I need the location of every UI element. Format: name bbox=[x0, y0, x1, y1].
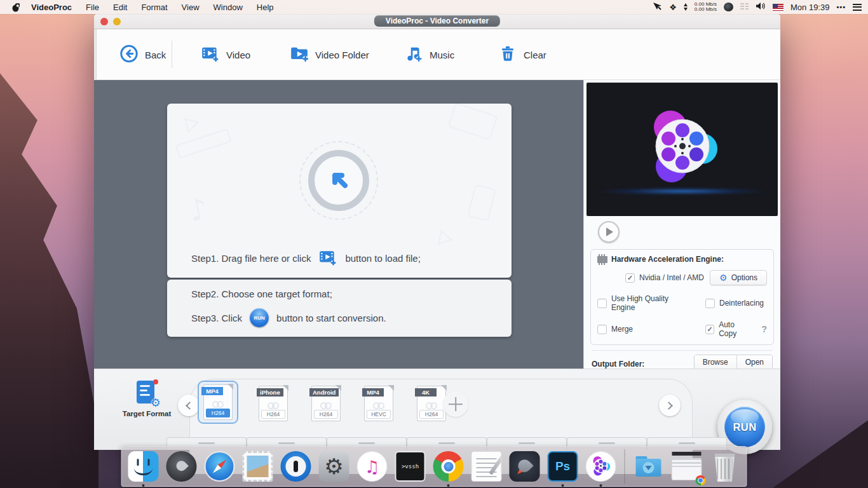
dock: ⚙♫>vsshPs bbox=[121, 446, 747, 487]
file-area-backdrop: ♪ Step1. Drag file here or click button … bbox=[94, 80, 583, 369]
preview-panel: Hardware Acceleration Engine: ✓ Nvidia /… bbox=[583, 80, 780, 369]
deinterlacing-label: Deinterlacing bbox=[719, 299, 764, 308]
chip-codec-label: H264 bbox=[261, 410, 285, 419]
deinterlacing-checkbox-box[interactable] bbox=[705, 299, 715, 308]
format-chip-mp4-hevc[interactable]: MP4HEVC bbox=[361, 383, 397, 424]
apple-menu-icon[interactable] bbox=[11, 3, 20, 12]
dock-item-chrome[interactable] bbox=[432, 450, 465, 483]
input-language-flag-icon[interactable] bbox=[773, 4, 783, 11]
music-label: Music bbox=[430, 49, 454, 60]
dock-item-launchpad[interactable] bbox=[165, 450, 198, 483]
play-button[interactable] bbox=[598, 221, 620, 243]
pointer-status-icon[interactable] bbox=[653, 2, 662, 12]
gpu-checkbox-label: Nvidia / Intel / AMD bbox=[639, 273, 704, 282]
back-button[interactable]: Back bbox=[119, 44, 166, 65]
dock-item-textedit[interactable] bbox=[470, 450, 503, 483]
merge-checkbox[interactable]: Merge bbox=[597, 325, 694, 334]
chip-format-name: Android bbox=[309, 388, 339, 396]
network-arrows-icon[interactable] bbox=[684, 3, 688, 11]
minimize-button[interactable] bbox=[113, 18, 121, 25]
target-format-button[interactable]: ⚙ Target Format bbox=[118, 379, 175, 417]
format-chip-list: MP4H264iPhoneH264AndroidH264MP4HEVC4KH26… bbox=[198, 381, 449, 424]
dock-item-system-preferences[interactable]: ⚙ bbox=[318, 450, 351, 483]
camera-status-icon[interactable] bbox=[724, 3, 733, 11]
menu-item-format[interactable]: Format bbox=[141, 3, 167, 12]
dock-separator bbox=[625, 449, 625, 484]
volume-icon[interactable] bbox=[756, 2, 766, 12]
video-button[interactable]: Video bbox=[201, 44, 250, 65]
dock-item-itunes[interactable]: ♫ bbox=[356, 450, 389, 483]
format-bar: ⚙ Target Format MP4H264iPhoneH264Android… bbox=[94, 369, 780, 450]
menu-clock[interactable]: Mon 19:39 bbox=[790, 3, 829, 12]
menu-bar: VideoProc FileEditFormatViewWindowHelp ❖… bbox=[0, 0, 868, 14]
scroll-right-button[interactable] bbox=[659, 395, 681, 416]
dock-item-trash[interactable] bbox=[709, 450, 742, 483]
auto-copy-checkbox[interactable]: ✓ Auto Copy ? bbox=[705, 320, 767, 338]
music-button[interactable]: Music bbox=[404, 44, 454, 65]
video-add-icon bbox=[201, 44, 220, 65]
video-folder-button[interactable]: Video Folder bbox=[290, 44, 369, 65]
step2-text: Step2. Choose one target format; bbox=[191, 288, 332, 299]
display-columns-icon[interactable] bbox=[740, 3, 749, 11]
dock-item-finder[interactable] bbox=[127, 450, 160, 483]
gear-icon: ⚙ bbox=[719, 273, 728, 282]
chip-format-name: 4K bbox=[415, 388, 437, 396]
clear-button[interactable]: Clear bbox=[498, 44, 546, 65]
high-quality-checkbox-box[interactable] bbox=[597, 299, 607, 308]
title-bar[interactable]: VideoProc - Video Converter bbox=[94, 14, 780, 29]
menu-item-file[interactable]: File bbox=[86, 3, 99, 12]
scroll-left-button[interactable] bbox=[178, 395, 200, 416]
dock-item-terminal[interactable]: >vssh bbox=[394, 450, 427, 483]
network-speed-readout: 0.00 Mb/s0.00 Mb/s bbox=[695, 2, 717, 13]
video-folder-label: Video Folder bbox=[315, 49, 369, 60]
step3-text-prefix: Step3. Click bbox=[191, 313, 242, 323]
dock-item-photoshop[interactable]: Ps bbox=[546, 450, 580, 483]
dock-item-downloads-folder[interactable] bbox=[632, 450, 665, 483]
auto-copy-checkbox-box[interactable]: ✓ bbox=[705, 325, 714, 334]
add-format-button[interactable] bbox=[443, 391, 468, 417]
menu-overflow-dots[interactable]: ••• bbox=[836, 3, 846, 11]
menu-app-name[interactable]: VideoProc bbox=[31, 3, 72, 12]
dock-item-safari[interactable] bbox=[203, 450, 236, 483]
menu-item-edit[interactable]: Edit bbox=[113, 3, 127, 12]
step3-text-suffix: button to start conversion. bbox=[276, 313, 386, 323]
notification-center-icon[interactable] bbox=[853, 4, 862, 11]
browse-button[interactable]: Browse bbox=[695, 355, 737, 369]
film-reel-watermark-icon bbox=[426, 402, 437, 409]
dock-item-rocket-app[interactable] bbox=[508, 450, 541, 483]
format-chip-android-h264[interactable]: AndroidH264 bbox=[308, 383, 344, 424]
menu-item-view[interactable]: View bbox=[182, 3, 200, 12]
format-chip-mp4-h264[interactable]: MP4H264 bbox=[198, 381, 238, 424]
format-chip-iphone-h264[interactable]: iPhoneH264 bbox=[255, 383, 291, 424]
back-label: Back bbox=[145, 49, 166, 60]
dock-item-mail[interactable] bbox=[241, 450, 275, 483]
deinterlacing-checkbox[interactable]: Deinterlacing bbox=[705, 299, 767, 308]
dropbox-icon[interactable]: ❖ bbox=[669, 3, 677, 12]
clear-label: Clear bbox=[524, 49, 546, 60]
menu-item-window[interactable]: Window bbox=[214, 3, 243, 12]
step1-text-prefix: Step1. Drag file here or click bbox=[191, 253, 311, 264]
close-button[interactable] bbox=[100, 18, 108, 25]
dock-item-1password[interactable] bbox=[280, 450, 313, 483]
menu-items: FileEditFormatViewWindowHelp bbox=[86, 3, 287, 12]
back-arrow-icon bbox=[119, 44, 139, 65]
gpu-checkbox[interactable]: ✓ Nvidia / Intel / AMD bbox=[625, 273, 704, 283]
menu-item-help[interactable]: Help bbox=[257, 3, 274, 12]
dock-item-minimized-window[interactable] bbox=[670, 450, 703, 483]
chip-format-name: MP4 bbox=[201, 387, 223, 395]
run-icon-small: RUN bbox=[250, 308, 269, 327]
format-gear-icon: ⚙ bbox=[151, 397, 161, 409]
gpu-checkbox-box[interactable]: ✓ bbox=[625, 273, 635, 283]
chip-codec-label: HEVC bbox=[367, 410, 391, 419]
chip-format-name: iPhone bbox=[257, 388, 283, 396]
drop-zone[interactable]: ♪ Step1. Drag file here or click button … bbox=[167, 104, 512, 278]
high-quality-checkbox[interactable]: Use High Quality Engine bbox=[597, 294, 694, 312]
options-button[interactable]: ⚙ Options bbox=[710, 270, 767, 285]
help-icon[interactable]: ? bbox=[761, 324, 767, 334]
drop-target-ring[interactable] bbox=[308, 150, 369, 211]
chip-codec-label: H264 bbox=[314, 410, 338, 419]
film-reel-watermark-icon bbox=[212, 401, 224, 408]
merge-checkbox-box[interactable] bbox=[597, 325, 607, 334]
open-button[interactable]: Open bbox=[737, 355, 772, 369]
dock-item-videoproc[interactable] bbox=[585, 450, 618, 483]
